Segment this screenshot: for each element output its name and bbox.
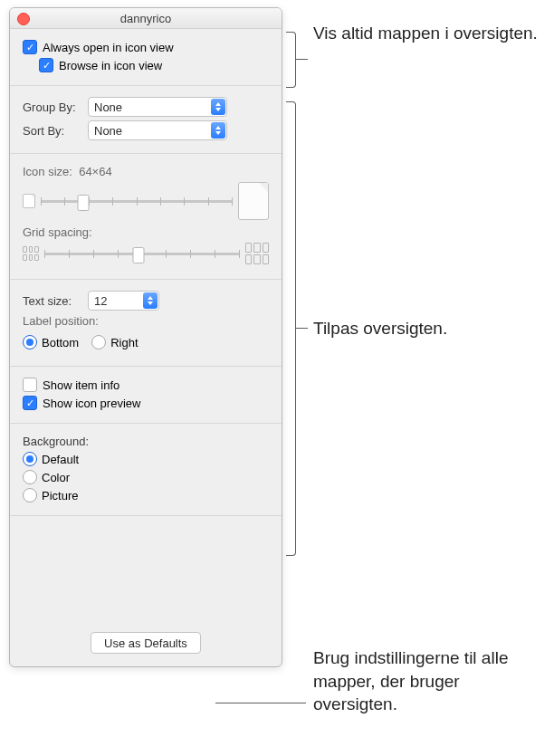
chevron-updown-icon [211,99,225,115]
sort-by-popup[interactable]: None [88,120,227,140]
always-open-icon-view-label: Always open in icon view [43,41,174,54]
checkbox-icon[interactable] [39,58,53,72]
grid-small-icon [23,246,39,261]
radio-icon[interactable] [23,470,37,484]
sort-by-row: Sort By: None [23,120,269,140]
show-item-info-label: Show item info [43,378,119,392]
browse-icon-view-row[interactable]: Browse in icon view [39,58,269,72]
file-small-icon [23,194,35,208]
window-title: dannyrico [120,12,171,25]
show-icon-preview-row[interactable]: Show icon preview [23,396,269,410]
radio-icon[interactable] [23,335,37,349]
grid-spacing-slider[interactable] [44,253,240,255]
slider-thumb[interactable] [77,195,89,211]
show-item-info-row[interactable]: Show item info [23,378,269,392]
group-by-value: None [94,100,122,114]
titlebar[interactable]: dannyrico [10,8,282,29]
section-text: Text size: 12 Label position: Bottom Rig… [10,280,282,367]
checkbox-icon[interactable] [23,396,37,410]
bracket-icon [286,32,296,88]
text-size-popup[interactable]: 12 [88,291,159,311]
text-size-row: Text size: 12 [23,291,269,311]
background-default[interactable]: Default [23,452,269,466]
text-size-label: Text size: [23,294,81,308]
text-size-value: 12 [94,294,107,308]
group-by-row: Group By: None [23,97,269,117]
checkbox-icon[interactable] [23,40,37,54]
always-open-icon-view-row[interactable]: Always open in icon view [23,40,269,54]
chevron-updown-icon [211,122,225,139]
icon-size-label: Icon size: 64×64 [23,165,269,178]
bracket-icon [286,101,296,556]
callout-always-show: Vis altid mappen i oversigten. [313,22,540,45]
label-position-bottom[interactable]: Bottom [23,335,79,349]
section-show-options: Show item info Show icon preview [10,367,282,424]
section-view-mode: Always open in icon view Browse in icon … [10,29,282,86]
show-icon-preview-label: Show icon preview [43,397,140,410]
sort-by-value: None [94,124,122,138]
callout-line [215,703,306,703]
radio-icon[interactable] [23,452,37,466]
icon-size-slider[interactable] [41,200,233,203]
slider-thumb[interactable] [132,247,144,263]
callout-defaults: Brug indstillingerne til alle mapper, de… [313,646,540,716]
group-by-label: Group By: [23,100,81,114]
section-sizes: Icon size: 64×64 Grid spacing: [10,154,282,280]
use-as-defaults-button[interactable]: Use as Defaults [91,632,201,654]
callout-line [295,328,308,329]
file-large-icon [238,182,269,220]
footer: Use as Defaults [10,516,282,666]
radio-icon[interactable] [91,335,106,349]
group-by-popup[interactable]: None [88,97,227,117]
background-label: Background: [23,435,269,448]
icon-size-slider-row [23,182,269,220]
grid-large-icon [245,243,269,264]
callout-line [295,59,308,60]
section-background: Background: Default Color Picture [10,424,282,516]
view-options-window: dannyrico Always open in icon view Brows… [9,7,282,667]
background-color[interactable]: Color [23,470,269,484]
label-position-label: Label position: [23,314,269,328]
chevron-updown-icon [143,292,158,309]
label-position-row: Bottom Right [23,331,269,353]
section-group-sort: Group By: None Sort By: None [10,86,282,154]
background-picture[interactable]: Picture [23,488,269,502]
checkbox-icon[interactable] [23,378,37,392]
sort-by-label: Sort By: [23,124,81,138]
callout-customize: Tilpas oversigten. [313,317,540,340]
grid-spacing-label: Grid spacing: [23,225,269,239]
close-icon[interactable] [17,13,30,25]
label-position-right[interactable]: Right [91,335,138,349]
grid-spacing-slider-row [23,243,269,264]
radio-icon[interactable] [23,488,37,502]
browse-icon-view-label: Browse in icon view [59,59,162,72]
